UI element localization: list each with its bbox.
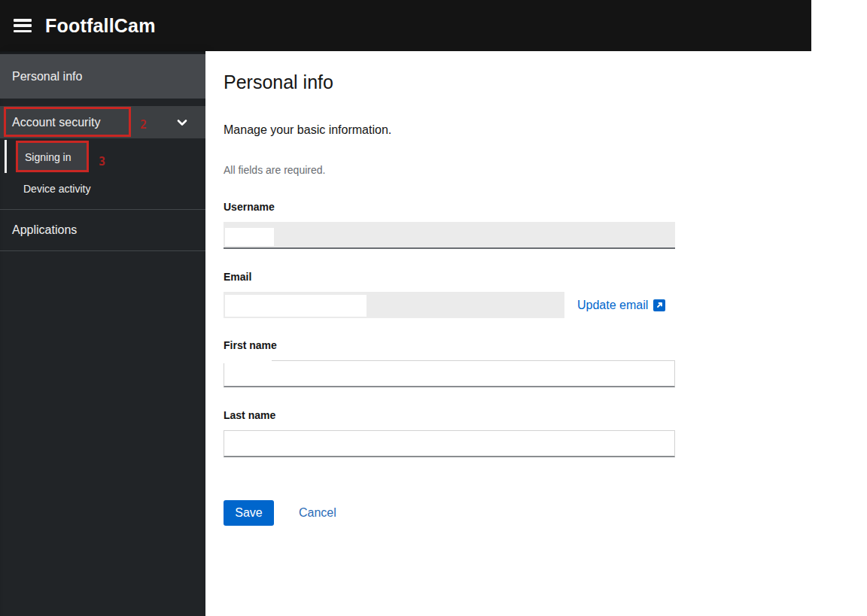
sidebar-subitem-signing-in[interactable]: Signing in: [16, 141, 88, 172]
sidebar-item-label: Account security: [12, 116, 100, 129]
sidebar: Personal info Account security Signing i…: [0, 51, 205, 616]
save-button[interactable]: Save: [224, 500, 274, 526]
first-name-label: First name: [224, 339, 675, 351]
redaction-overlay: [225, 295, 367, 317]
app-window: FootfallCam Personal info Account securi…: [0, 0, 811, 616]
email-label: Email: [224, 271, 675, 283]
form-actions: Save Cancel: [224, 500, 675, 526]
sidebar-item-label: Personal info: [12, 70, 82, 83]
email-group: Email Update email: [224, 271, 675, 318]
main-content: Personal info Manage your basic informat…: [205, 51, 811, 616]
email-row: Update email: [224, 292, 675, 318]
redaction-overlay: [224, 358, 272, 363]
last-name-input[interactable]: [224, 430, 675, 457]
sidebar-subitem-device-activity[interactable]: Device activity: [0, 174, 205, 204]
update-email-label: Update email: [577, 299, 648, 312]
username-label: Username: [224, 201, 675, 213]
hamburger-icon[interactable]: [14, 19, 32, 32]
sidebar-item-applications[interactable]: Applications: [0, 210, 205, 251]
redaction-overlay: [225, 228, 274, 246]
last-name-label: Last name: [224, 409, 675, 421]
brand-title: FootfallCam: [45, 15, 156, 37]
sidebar-item-label: Applications: [12, 223, 77, 237]
sidebar-item-account-security[interactable]: Account security: [0, 106, 205, 138]
page-description: Manage your basic information.: [224, 123, 793, 137]
app-header: FootfallCam: [0, 0, 811, 51]
email-input-wrap: [224, 292, 564, 318]
page-title: Personal info: [224, 71, 793, 93]
personal-info-form: Username Email Update ema: [224, 201, 675, 526]
sidebar-item-personal-info[interactable]: Personal info: [0, 54, 205, 99]
sidebar-subitem-label: Device activity: [23, 183, 90, 195]
update-email-link[interactable]: Update email: [577, 299, 665, 312]
first-name-input[interactable]: [224, 360, 675, 387]
sidebar-subitem-signing-in-row: Signing in: [0, 140, 205, 174]
external-link-icon: [653, 299, 665, 311]
required-fields-note: All fields are required.: [224, 164, 793, 176]
username-input: [224, 222, 675, 249]
page: FootfallCam Personal info Account securi…: [0, 0, 867, 616]
email-input: [224, 292, 564, 318]
sidebar-subitem-label: Signing in: [25, 151, 71, 163]
last-name-group: Last name: [224, 409, 675, 457]
current-item-indicator: [5, 140, 7, 173]
sidebar-subnav: Signing in Device activity: [0, 138, 205, 204]
chevron-down-icon: [177, 117, 187, 128]
username-group: Username: [224, 201, 675, 249]
cancel-link[interactable]: Cancel: [299, 506, 336, 520]
first-name-group: First name: [224, 339, 675, 387]
